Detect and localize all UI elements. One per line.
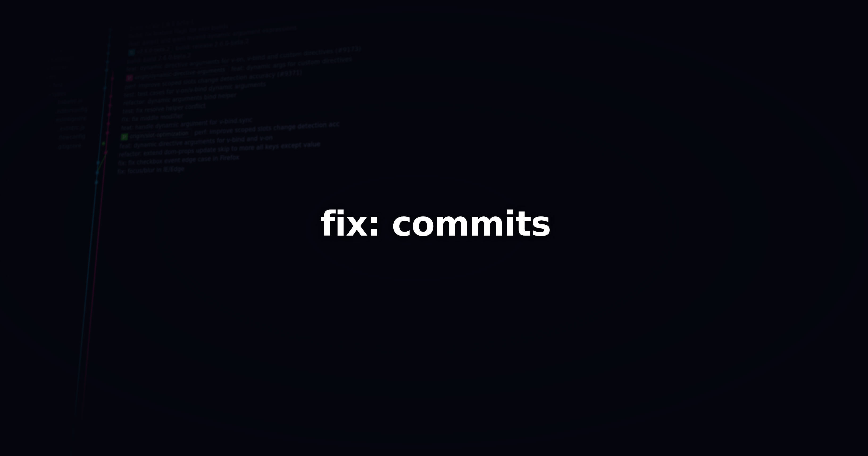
commit-node[interactable] — [107, 122, 110, 125]
commit-node[interactable] — [106, 60, 109, 64]
commit-node[interactable] — [106, 131, 109, 135]
commit-node[interactable] — [108, 36, 111, 39]
commit-node[interactable] — [105, 69, 108, 72]
commit-node[interactable] — [109, 28, 112, 31]
tree-item-label: packages — [51, 55, 75, 63]
commit-node[interactable] — [95, 181, 98, 184]
commit-node[interactable] — [104, 151, 107, 154]
commit-node[interactable] — [96, 171, 99, 174]
svg-point-1 — [128, 77, 129, 77]
svg-point-0 — [131, 52, 131, 52]
commit-node[interactable] — [108, 113, 111, 116]
svg-point-6 — [125, 136, 126, 137]
git-branch-icon — [126, 75, 133, 82]
svg-point-5 — [123, 138, 124, 139]
svg-point-2 — [128, 79, 129, 80]
commit-node[interactable] — [108, 104, 112, 107]
chevron-right-icon — [49, 44, 53, 44]
commit-node[interactable] — [109, 95, 112, 98]
tag-icon — [128, 49, 135, 56]
commit-node[interactable] — [107, 44, 111, 47]
chevron-right-icon — [49, 46, 53, 47]
tree-item-label: .babelrc.js — [56, 97, 83, 106]
chevron-right-icon — [49, 41, 53, 42]
commit-node[interactable] — [97, 161, 100, 164]
tree-item-label: src — [49, 74, 57, 80]
tree-item-label: .gitignore — [56, 142, 82, 150]
branch-tag-label: v2.6.0-beta.2 — [137, 46, 170, 55]
tree-item-label: flow — [52, 47, 63, 55]
chevron-right-icon — [54, 129, 58, 129]
tree-item-label: test — [53, 82, 63, 88]
tree-item-label: scripts — [50, 64, 67, 72]
commit-node[interactable] — [102, 142, 105, 145]
chevron-right-icon — [50, 120, 55, 121]
git-branch-icon — [121, 134, 128, 141]
tree-item-label: .eslintrc.js — [58, 124, 85, 132]
chevron-right-icon — [53, 138, 57, 138]
commit-node[interactable] — [106, 52, 110, 55]
commit-node[interactable] — [111, 77, 114, 80]
svg-point-4 — [123, 135, 124, 136]
tree-item-label: .editorconfig — [55, 106, 88, 115]
tree-item-label: types — [52, 90, 67, 97]
tree-item-label: .flowconfig — [57, 133, 86, 141]
svg-point-3 — [130, 77, 131, 78]
editor-canvas: ▸flow▸packages▸scripts▸src▸test▸types.ba… — [1, 0, 868, 456]
commit-list: build: scale 1.8.3 beta-1build: fix feat… — [92, 0, 868, 456]
commit-node[interactable] — [103, 87, 106, 90]
tree-item-label: .eslintignore — [54, 115, 87, 123]
